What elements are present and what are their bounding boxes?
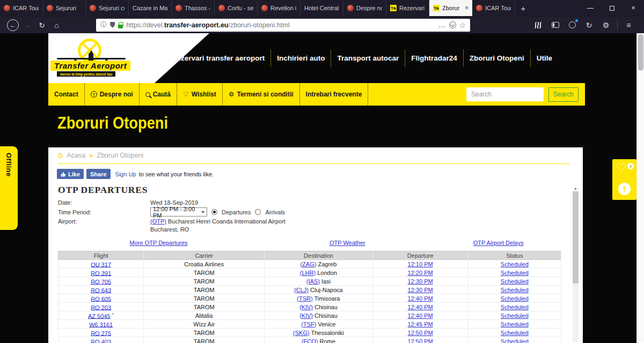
browser-tab[interactable]: Cazare in Man bbox=[129, 0, 172, 16]
new-tab-button[interactable]: + bbox=[515, 0, 531, 16]
status-link[interactable]: Scheduled bbox=[501, 321, 529, 327]
facebook-like-button[interactable]: Like bbox=[57, 169, 84, 179]
back-button[interactable]: ← bbox=[5, 18, 20, 32]
facebook-share-button[interactable]: Share bbox=[86, 169, 111, 179]
page-info-icon[interactable]: ⓘ bbox=[100, 20, 107, 29]
departure-time-link[interactable]: 12:30 PM bbox=[408, 287, 433, 293]
breadcrumb-home-link[interactable]: Acasa bbox=[67, 152, 86, 159]
status-link[interactable]: Scheduled bbox=[501, 312, 529, 319]
destination-code-link[interactable]: (IAS) bbox=[306, 278, 320, 285]
delays-link[interactable]: OTP Airport Delays bbox=[473, 240, 524, 246]
arrivals-radio[interactable] bbox=[255, 209, 261, 215]
tracking-protection-icon[interactable] bbox=[110, 22, 115, 28]
flight-link[interactable]: RO 275 bbox=[91, 330, 111, 336]
nav-item-transport[interactable]: Transport autocar bbox=[331, 49, 405, 67]
status-link[interactable]: Scheduled bbox=[501, 261, 529, 267]
sync-button[interactable]: ↻ bbox=[582, 18, 596, 32]
departure-time-link[interactable]: 12:45 PM bbox=[408, 321, 433, 327]
departure-time-link[interactable]: 12:30 PM bbox=[408, 278, 433, 285]
menu-item-wishlist[interactable]: ♡Wishlist bbox=[177, 83, 223, 106]
browser-tab[interactable]: Corfu - se bbox=[215, 0, 258, 16]
close-tab-icon[interactable]: × bbox=[464, 4, 469, 12]
wishlist-heart-icon[interactable]: ♡ bbox=[616, 161, 627, 174]
nav-item-zboruri[interactable]: Zboruri Otopeni bbox=[463, 49, 530, 67]
menu-item-termeni[interactable]: ⚙Termeni si conditii bbox=[223, 83, 300, 106]
frame-scrollbar-thumb[interactable] bbox=[573, 191, 579, 284]
browser-tab-active[interactable]: TAZborur× bbox=[429, 0, 472, 16]
minimize-button[interactable]: — bbox=[580, 0, 601, 16]
browser-tab[interactable]: ICAR Tour bbox=[472, 0, 515, 16]
browser-tab[interactable]: Sejururi bbox=[43, 0, 86, 16]
menu-item-cauta[interactable]: Caută bbox=[140, 83, 177, 106]
departure-time-link[interactable]: 12:20 PM bbox=[408, 270, 433, 276]
nav-item-flightradar[interactable]: Flightradar24 bbox=[405, 49, 463, 67]
flight-link[interactable]: OU 317 bbox=[91, 261, 111, 267]
settings-button[interactable]: ⚙ bbox=[599, 18, 612, 32]
departure-time-link[interactable]: 12:40 PM bbox=[408, 295, 433, 302]
nav-item-utile[interactable]: Utile bbox=[530, 49, 558, 67]
url-text[interactable]: https://devel.transfer-aeroport.eu/zboru… bbox=[126, 21, 435, 29]
flight-link[interactable]: RO 705 bbox=[91, 278, 111, 285]
menu-item-contact[interactable]: Contact bbox=[48, 83, 85, 106]
search-button[interactable]: Search bbox=[548, 87, 579, 102]
destination-code-link[interactable]: (ZAG) bbox=[300, 261, 316, 267]
flight-link[interactable]: RO 203 bbox=[91, 304, 111, 310]
flight-link[interactable]: RO 403 bbox=[91, 338, 111, 343]
arrivals-radio-label[interactable]: Arrivals bbox=[265, 209, 285, 215]
browser-tab[interactable]: TARezervari t bbox=[386, 0, 429, 16]
pocket-icon[interactable] bbox=[449, 21, 456, 28]
browser-tab[interactable]: ICAR Tour bbox=[0, 0, 43, 16]
destination-code-link[interactable]: (CLJ) bbox=[294, 287, 309, 293]
page-scrollbar-thumb[interactable] bbox=[638, 34, 643, 71]
departure-time-link[interactable]: 12:50 PM bbox=[408, 338, 433, 343]
sidebar-button[interactable] bbox=[548, 18, 562, 32]
flight-link[interactable]: RO 391 bbox=[91, 270, 111, 276]
account-button[interactable] bbox=[566, 18, 579, 32]
airport-code-link[interactable]: (OTP) bbox=[150, 218, 166, 225]
home-icon[interactable]: ⌂ bbox=[58, 151, 63, 159]
destination-code-link[interactable]: (KIV) bbox=[299, 312, 313, 319]
destination-code-link[interactable]: (LHR) bbox=[300, 270, 316, 276]
menu-item-despre[interactable]: ?Despre noi bbox=[85, 83, 140, 106]
browser-tab[interactable]: Sejururi cu bbox=[86, 0, 129, 16]
nav-item-rezervari[interactable]: Rezervari transfer aeroport bbox=[166, 49, 270, 67]
browser-tab[interactable]: Despre no bbox=[343, 0, 386, 16]
library-button[interactable] bbox=[532, 18, 545, 32]
scroll-to-top-button[interactable]: ↑ bbox=[618, 183, 631, 195]
status-link[interactable]: Scheduled bbox=[501, 304, 529, 310]
address-bar[interactable]: ⓘ https://devel.transfer-aeroport.eu/zbo… bbox=[96, 19, 470, 32]
close-window-button[interactable]: × bbox=[623, 0, 644, 16]
destination-code-link[interactable]: (KIV) bbox=[299, 304, 313, 310]
weather-link[interactable]: OTP Weather bbox=[330, 240, 365, 246]
status-link[interactable]: Scheduled bbox=[501, 287, 529, 293]
browser-tab[interactable]: Thassos - bbox=[172, 0, 215, 16]
frame-scrollbar[interactable]: ▲ bbox=[573, 184, 579, 342]
destination-code-link[interactable]: (TSR) bbox=[297, 295, 312, 302]
departures-radio-label[interactable]: Departures bbox=[222, 209, 251, 215]
status-link[interactable]: Scheduled bbox=[501, 295, 529, 302]
status-link[interactable]: Scheduled bbox=[501, 270, 529, 276]
more-departures-link[interactable]: More OTP Departures bbox=[130, 240, 188, 246]
nav-item-inchirieri[interactable]: Inchirieri auto bbox=[270, 49, 331, 67]
departure-time-link[interactable]: 12:10 PM bbox=[408, 261, 433, 267]
departure-time-link[interactable]: 12:50 PM bbox=[408, 330, 433, 336]
forward-button[interactable]: → bbox=[20, 18, 34, 32]
home-button[interactable]: ⌂ bbox=[49, 18, 64, 32]
departure-time-link[interactable]: 12:40 PM bbox=[408, 312, 433, 319]
browser-tab[interactable]: Revelion i bbox=[258, 0, 301, 16]
browser-tab[interactable]: Hotel Central bbox=[301, 0, 343, 16]
destination-code-link[interactable]: (SKG) bbox=[293, 330, 310, 336]
status-link[interactable]: Scheduled bbox=[501, 338, 529, 343]
secure-lock-icon[interactable] bbox=[118, 25, 123, 28]
menu-button[interactable]: ≡ bbox=[622, 18, 635, 32]
maximize-button[interactable] bbox=[601, 0, 623, 16]
departures-radio[interactable] bbox=[211, 209, 217, 215]
offline-side-tab[interactable]: Offline bbox=[0, 146, 18, 230]
destination-code-link[interactable]: (TSF) bbox=[301, 321, 316, 327]
reload-button[interactable]: ↻ bbox=[35, 18, 49, 32]
destination-code-link[interactable]: (FCO) bbox=[302, 338, 318, 343]
time-period-select[interactable]: 12:00 PM - 3:00 PM bbox=[150, 207, 207, 217]
flight-link[interactable]: RO 605 bbox=[91, 295, 111, 302]
menu-item-intrebari[interactable]: Intrebari frecvente bbox=[300, 83, 369, 106]
status-link[interactable]: Scheduled bbox=[501, 330, 529, 336]
